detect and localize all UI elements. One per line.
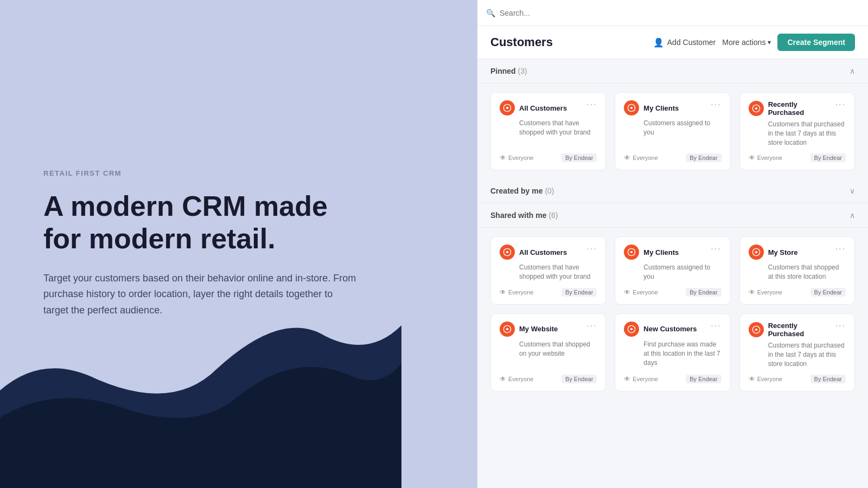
by-endear-badge: By Endear (561, 153, 597, 162)
created-count: (0) (545, 187, 554, 195)
shared-count: (6) (548, 211, 558, 220)
search-input[interactable] (500, 9, 859, 17)
left-panel: RETAIL FIRST CRM A modern CRM made for m… (0, 0, 401, 488)
card-visibility: 👁 Everyone (624, 288, 658, 296)
card-menu-dots[interactable]: ··· (711, 322, 721, 330)
segment-icon (500, 100, 515, 115)
created-section-header[interactable]: Created by me (0) (477, 179, 868, 203)
segment-card[interactable]: My Store ··· Customers that shopped at t… (739, 236, 855, 305)
pinned-cards-grid: All Customers ··· Customers that have sh… (477, 84, 868, 179)
segment-card[interactable]: New Customers ··· First purchase was mad… (615, 313, 730, 391)
crm-content: Pinned (3) All Customers ··· (477, 59, 868, 488)
shared-section-title: Shared with me (6) (490, 211, 558, 220)
main-heading: A modern CRM made for modern retail. (43, 190, 358, 255)
right-panel: 🔍 Customers 👤 Add Customer More actions … (477, 0, 868, 488)
card-visibility: 👁 Everyone (624, 375, 658, 383)
by-endear-badge: By Endear (561, 375, 597, 383)
card-menu-dots[interactable]: ··· (835, 245, 846, 253)
segment-icon (624, 245, 639, 260)
shared-section: Shared with me (6) All Customers ··· (477, 203, 868, 400)
add-customer-button[interactable]: 👤 Add Customer (653, 37, 716, 48)
segment-description: Customers that have shopped with your br… (500, 263, 597, 281)
pinned-section-title: Pinned (3) (490, 67, 527, 75)
segment-description: Customers that purchased in the last 7 d… (749, 120, 846, 147)
segment-card[interactable]: My Clients ··· Customers assigned to you… (615, 92, 730, 170)
segment-card[interactable]: Recently Purchased ··· Customers that pu… (739, 313, 855, 391)
pinned-chevron-icon (850, 67, 855, 75)
header-actions: 👤 Add Customer More actions ▾ Create Seg… (653, 34, 855, 51)
segment-icon (500, 322, 515, 337)
more-actions-button[interactable]: More actions ▾ (722, 38, 771, 47)
segment-name: My Website (519, 325, 558, 333)
card-visibility: 👁 Everyone (749, 375, 782, 383)
eye-icon: 👁 (500, 154, 506, 162)
segment-name: My Clients (643, 104, 679, 112)
card-menu-dots[interactable]: ··· (835, 322, 846, 330)
segment-name: Recently Purchased (768, 322, 835, 338)
card-visibility: 👁 Everyone (500, 154, 533, 162)
by-endear-badge: By Endear (686, 375, 721, 383)
eye-icon: 👁 (624, 375, 630, 383)
card-menu-dots[interactable]: ··· (586, 100, 597, 109)
segment-name: All Customers (519, 104, 567, 112)
segment-description: Customers assigned to you (624, 119, 721, 147)
segment-icon (749, 101, 764, 116)
eye-icon: 👁 (749, 375, 755, 383)
card-menu-dots[interactable]: ··· (586, 322, 597, 330)
segment-description: First purchase was made at this location… (624, 340, 721, 368)
pinned-section-header[interactable]: Pinned (3) (477, 59, 868, 84)
by-endear-badge: By Endear (810, 288, 846, 297)
segment-card[interactable]: All Customers ··· Customers that have sh… (490, 236, 606, 305)
card-visibility: 👁 Everyone (749, 288, 782, 296)
segment-description: Customers that shopped on your website (500, 340, 597, 368)
card-visibility: 👁 Everyone (624, 154, 658, 162)
created-by-me-section: Created by me (0) (477, 179, 868, 203)
segment-card[interactable]: Recently Purchased ··· Customers that pu… (739, 92, 855, 170)
segment-name: My Clients (643, 248, 679, 256)
segment-description: Customers that shopped at this store loc… (749, 263, 846, 281)
retail-label: RETAIL FIRST CRM (43, 169, 358, 177)
segment-description: Customers assigned to you (624, 263, 721, 281)
by-endear-badge: By Endear (686, 153, 721, 162)
segment-icon (624, 100, 639, 115)
segment-description: Customers that have shopped with your br… (500, 119, 597, 147)
created-section-title: Created by me (0) (490, 187, 554, 195)
shared-section-header[interactable]: Shared with me (6) (477, 203, 868, 228)
pinned-section: Pinned (3) All Customers ··· (477, 59, 868, 179)
card-visibility: 👁 Everyone (500, 288, 533, 296)
eye-icon: 👁 (749, 154, 755, 162)
segment-icon (749, 322, 764, 337)
by-endear-badge: By Endear (561, 288, 597, 297)
pinned-count: (3) (518, 67, 527, 75)
card-menu-dots[interactable]: ··· (835, 100, 846, 109)
shared-chevron-icon (850, 211, 855, 220)
segment-name: My Store (768, 248, 798, 256)
create-segment-button[interactable]: Create Segment (777, 34, 855, 51)
eye-icon: 👁 (749, 288, 755, 296)
segment-card[interactable]: All Customers ··· Customers that have sh… (490, 92, 606, 170)
segment-name: Recently Purchased (768, 100, 835, 117)
sub-text: Target your customers based on their beh… (43, 271, 358, 319)
segment-icon (749, 245, 764, 260)
segment-name: New Customers (643, 325, 697, 333)
crm-title: Customers (490, 35, 553, 49)
eye-icon: 👁 (624, 154, 630, 162)
segment-icon (624, 322, 639, 337)
eye-icon: 👁 (500, 375, 506, 383)
segment-card[interactable]: My Website ··· Customers that shopped on… (490, 313, 606, 391)
by-endear-badge: By Endear (810, 375, 846, 383)
card-menu-dots[interactable]: ··· (586, 245, 597, 253)
shared-cards-grid: All Customers ··· Customers that have sh… (477, 228, 868, 400)
add-customer-icon: 👤 (653, 37, 664, 48)
card-visibility: 👁 Everyone (749, 154, 782, 162)
segment-icon (500, 245, 515, 260)
crm-header: Customers 👤 Add Customer More actions ▾ … (477, 26, 868, 59)
segment-description: Customers that purchased in the last 7 d… (749, 341, 846, 368)
search-bar: 🔍 (477, 0, 868, 26)
chevron-down-icon: ▾ (768, 38, 771, 46)
created-chevron-icon (850, 187, 855, 195)
segment-card[interactable]: My Clients ··· Customers assigned to you… (615, 236, 730, 305)
by-endear-badge: By Endear (810, 153, 846, 162)
card-menu-dots[interactable]: ··· (711, 100, 721, 109)
card-menu-dots[interactable]: ··· (711, 245, 721, 253)
